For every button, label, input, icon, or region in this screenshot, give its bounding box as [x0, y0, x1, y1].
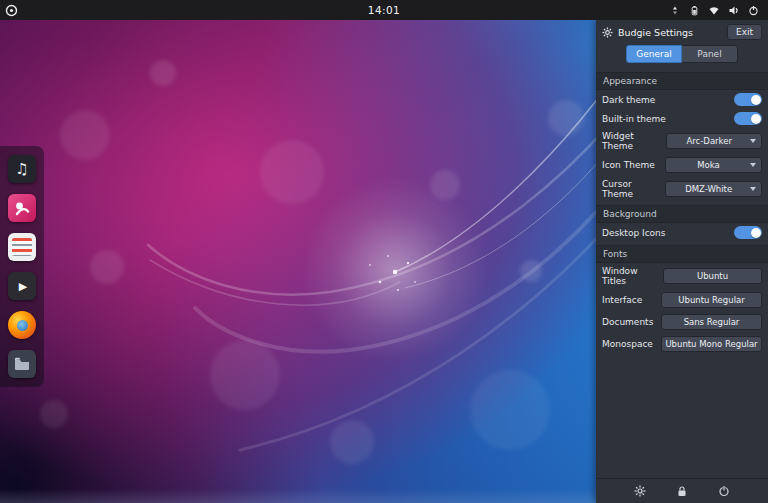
widget-theme-value: Arc-Darker [672, 136, 746, 146]
settings-tabs: General Panel [596, 43, 768, 69]
desktop-icons-label: Desktop Icons [602, 228, 665, 238]
desktop-icons-toggle[interactable] [734, 226, 762, 239]
section-header-background: Background [596, 205, 768, 223]
row-desktop-icons: Desktop Icons [596, 223, 768, 242]
documents-font-button[interactable]: Sans Regular [661, 314, 762, 330]
top-panel: 14:01 [0, 0, 768, 20]
interface-font-button[interactable]: Ubuntu Regular [661, 292, 762, 308]
dark-theme-label: Dark theme [602, 95, 655, 105]
row-icon-theme: Icon Theme Moka [596, 154, 768, 176]
cursor-theme-dropdown[interactable]: DMZ-White [665, 181, 762, 197]
chevron-down-icon [750, 163, 756, 167]
chevron-down-icon [750, 139, 756, 143]
budgie-settings-panel: Budgie Settings Exit General Panel Appea… [596, 20, 768, 503]
section-header-fonts: Fonts [596, 245, 768, 263]
icon-theme-label: Icon Theme [602, 160, 655, 170]
row-interface-font: Interface Ubuntu Regular [596, 289, 768, 311]
lock-icon[interactable] [676, 485, 688, 497]
dark-theme-toggle[interactable] [734, 93, 762, 106]
row-window-titles: Window Titles Ubuntu [596, 263, 768, 289]
builtin-theme-toggle[interactable] [734, 112, 762, 125]
folder-icon [12, 354, 32, 374]
window-titles-font-button[interactable]: Ubuntu [663, 268, 762, 284]
settings-gear-icon [602, 27, 613, 38]
settings-title: Budgie Settings [618, 27, 693, 38]
monospace-font-label: Monospace [602, 339, 653, 349]
tab-panel[interactable]: Panel [682, 45, 738, 63]
budgie-menu-button[interactable] [0, 0, 22, 20]
icon-theme-dropdown[interactable]: Moka [665, 157, 762, 173]
firefox-globe-icon [17, 320, 28, 331]
dock-item-firefox-browser[interactable] [8, 311, 36, 339]
settings-footer [596, 478, 768, 503]
row-documents-font: Documents Sans Regular [596, 311, 768, 333]
builtin-theme-label: Built-in theme [602, 114, 666, 124]
system-tray [670, 5, 768, 16]
dock-item-video-player-app[interactable]: ▶ [8, 272, 36, 300]
row-widget-theme: Widget Theme Arc-Darker [596, 128, 768, 154]
settings-gear-icon[interactable] [634, 485, 646, 497]
dock-item-media-library-app[interactable] [8, 233, 36, 261]
dock-item-photos-app[interactable] [8, 194, 36, 222]
music-note-icon: ♫ [15, 162, 28, 177]
row-dark-theme: Dark theme [596, 90, 768, 109]
arrows-updown-icon[interactable] [670, 5, 681, 16]
desktop-screen: 14:01 ♫ [0, 0, 768, 503]
interface-font-label: Interface [602, 295, 642, 305]
dock-item-music-app[interactable]: ♫ [8, 155, 36, 183]
widget-theme-dropdown[interactable]: Arc-Darker [666, 133, 762, 149]
dock: ♫ ▶ [0, 146, 44, 387]
settings-header: Budgie Settings Exit [596, 20, 768, 43]
row-cursor-theme: Cursor Theme DMZ-White [596, 176, 768, 202]
clock: 14:01 [0, 4, 768, 16]
play-icon: ▶ [19, 281, 27, 292]
icon-theme-value: Moka [671, 160, 746, 170]
volume-icon[interactable] [728, 5, 740, 16]
cursor-theme-value: DMZ-White [671, 184, 746, 194]
cursor-theme-label: Cursor Theme [602, 179, 665, 199]
power-icon[interactable] [718, 485, 730, 497]
window-titles-label: Window Titles [602, 266, 663, 286]
chevron-down-icon [750, 187, 756, 191]
striped-app-icon [12, 238, 32, 256]
documents-font-label: Documents [602, 317, 653, 327]
widget-theme-label: Widget Theme [602, 131, 666, 151]
exit-button[interactable]: Exit [727, 24, 762, 40]
tab-general[interactable]: General [626, 45, 682, 63]
network-icon[interactable] [708, 5, 720, 16]
photos-icon [11, 197, 33, 219]
monospace-font-button[interactable]: Ubuntu Mono Regular [661, 336, 762, 352]
budgie-logo-icon [5, 4, 18, 17]
battery-icon[interactable] [689, 5, 700, 16]
dock-item-file-manager[interactable] [8, 350, 36, 378]
power-icon[interactable] [748, 5, 759, 16]
row-builtin-theme: Built-in theme [596, 109, 768, 128]
section-header-appearance: Appearance [596, 72, 768, 90]
row-monospace-font: Monospace Ubuntu Mono Regular [596, 333, 768, 355]
